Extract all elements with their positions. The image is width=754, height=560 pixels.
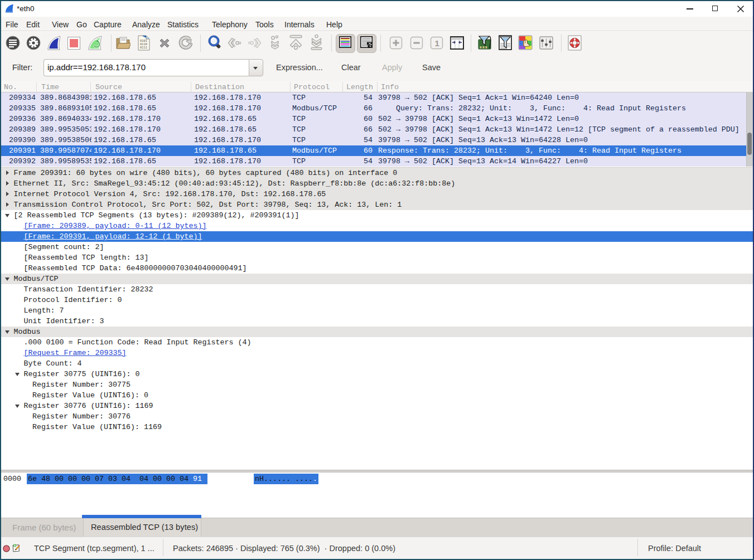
svg-text:1: 1 xyxy=(435,38,439,48)
svg-text:0111: 0111 xyxy=(140,46,147,49)
